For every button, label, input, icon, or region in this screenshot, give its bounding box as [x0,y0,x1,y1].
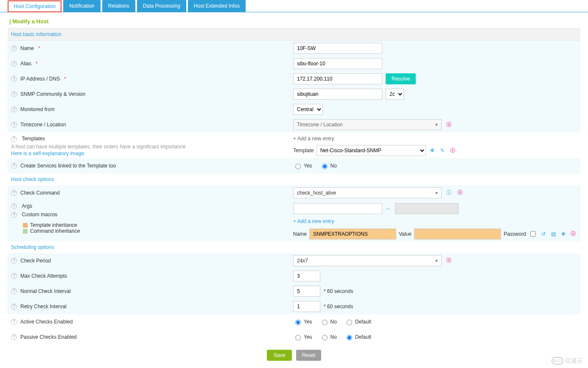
cloud-icon: ECS [552,357,563,365]
args-readonly [395,203,459,214]
help-icon[interactable]: ? [11,273,17,279]
active-no[interactable]: No [320,318,337,325]
help-icon[interactable]: ? [11,334,17,340]
tab-notification[interactable]: Notification [63,0,100,12]
max-attempts-input[interactable] [293,270,320,282]
snmp-community-input[interactable] [293,89,382,100]
passive-default[interactable]: Default [344,334,371,340]
legend-command: Command inheritance [23,228,293,234]
check-period-select[interactable]: 24x7 ▾ [293,255,442,266]
check-command-select[interactable]: check_host_alive ▾ [293,187,442,198]
passive-yes[interactable]: Yes [293,334,312,340]
move-icon[interactable]: ✥ [560,230,567,238]
tab-relations[interactable]: Relations [102,0,135,12]
help-icon[interactable]: ? [11,203,17,209]
label-retry-interval: Retry Check Interval [20,304,67,309]
label-active-checks: Active Checks Enabled [20,319,73,325]
label-ip: IP Address / DNS [20,76,60,82]
active-yes[interactable]: Yes [293,318,312,325]
delete-icon[interactable]: ⓧ [449,147,456,154]
clear-icon[interactable]: ⓧ [445,257,453,265]
label-check-command: Check Command [20,190,60,196]
move-icon[interactable]: ✥ [428,147,436,154]
reset-button[interactable]: Reset [296,350,321,361]
help-icon[interactable]: ? [11,122,17,128]
args-input[interactable] [293,203,382,214]
check-period-value: 24x7 [297,258,308,264]
label-monitored: Monitored from [20,106,55,112]
active-default[interactable]: Default [344,318,371,325]
chevron-down-icon: ▾ [435,258,438,264]
macro-password-label: Password [504,231,526,237]
label-args: Args [22,203,32,209]
macro-password-checkbox[interactable] [530,231,536,237]
macro-value-input[interactable] [414,229,501,240]
normal-interval-input[interactable] [293,286,320,297]
name-input[interactable] [293,43,382,54]
label-passive-checks: Passive Checks Enabled [20,334,77,340]
page-title: | Modify a Host [0,12,588,28]
template-select[interactable]: Net-Cisco-Standard-SNMP [316,145,426,156]
arrow-left-icon[interactable]: ← [386,205,392,212]
help-icon[interactable]: ? [11,76,17,82]
tab-host-extended-infos[interactable]: Host Extended Infos [188,0,246,12]
tab-data-processing[interactable]: Data Processing [137,0,186,12]
help-icon[interactable]: ? [11,190,17,196]
create-services-no[interactable]: No [320,162,337,169]
label-max-attempts: Max Check Attempts [20,273,67,279]
help-icon[interactable]: ? [11,61,17,67]
seconds-note: * 60 seconds [324,288,353,294]
help-icon[interactable]: ? [11,163,17,169]
chevron-down-icon: ▾ [435,190,438,196]
create-services-yes[interactable]: Yes [293,162,312,169]
help-icon[interactable]: ? [11,91,17,97]
help-icon[interactable]: ? [11,304,17,309]
timezone-select[interactable]: Timezone / Location ▾ [293,119,442,130]
clear-icon[interactable]: ⓧ [456,189,464,197]
tab-bar: Host Configuration Notification Relation… [0,0,588,12]
add-macro-entry[interactable]: + Add a new entry [293,218,577,224]
info-icon[interactable]: ⓘ [445,189,453,197]
seconds-note: * 60 seconds [324,304,353,309]
section-basic: Host basic information [8,28,580,41]
label-timezone: Timezone / Location [20,122,66,128]
timezone-placeholder: Timezone / Location [297,122,343,128]
required-mark: * [64,76,66,82]
label-create-services: Create Services linked to the Template t… [20,163,116,169]
template-label: Template [293,148,314,153]
label-check-period: Check Period [20,258,51,264]
retry-interval-input[interactable] [293,301,320,312]
help-icon[interactable]: ? [11,45,17,51]
macro-name-input[interactable] [309,229,396,240]
help-icon[interactable]: ? [11,258,17,264]
help-icon[interactable]: ? [11,319,17,325]
label-snmp: SNMP Community & Version [20,91,85,97]
resolve-button[interactable]: Resolve [386,73,416,84]
passive-no[interactable]: No [320,334,337,340]
tab-host-configuration[interactable]: Host Configuration [8,0,62,12]
add-new-entry[interactable]: + Add a new entry [293,136,577,142]
clear-icon[interactable]: ⓧ [445,121,453,128]
save-button[interactable]: Save [267,350,292,361]
macro-value-label: Value [399,231,412,237]
help-icon[interactable]: ? [11,106,17,112]
help-icon[interactable]: ? [11,288,17,294]
list-icon[interactable]: ▤ [549,230,557,238]
required-mark: * [38,45,40,51]
edit-icon[interactable]: ✎ [439,147,446,154]
check-command-value: check_host_alive [297,190,336,196]
delete-icon[interactable]: ⓧ [569,230,577,238]
label-normal-interval: Normal Check Interval [20,288,71,294]
monitored-from-select[interactable]: Central [293,104,323,115]
label-name: Name [20,45,34,51]
section-scheduling: Scheduling options [8,241,580,253]
snmp-version-select[interactable]: 2c [386,89,404,100]
templates-link[interactable]: Here is a self-explanatory image. [11,151,293,156]
help-icon[interactable]: ? [11,136,17,142]
help-icon[interactable]: ? [11,212,17,218]
undo-icon[interactable]: ↺ [540,230,547,238]
macro-name-label: Name [293,231,307,237]
label-templates: Templates [22,136,45,142]
alias-input[interactable] [293,58,382,69]
ip-input[interactable] [293,73,382,84]
